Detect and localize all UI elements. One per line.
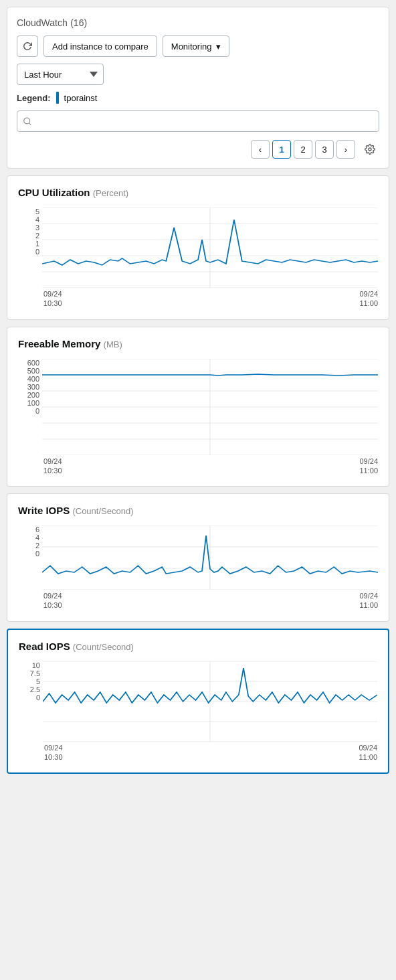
top-panel: CloudWatch (16) Add instance to compare … bbox=[7, 7, 389, 169]
next-page-button[interactable]: › bbox=[336, 140, 355, 159]
memory-chart-title: Freeable Memory (MB) bbox=[18, 338, 378, 349]
gear-icon bbox=[365, 144, 375, 155]
cpu-chart-unit: (Percent) bbox=[93, 188, 128, 198]
toolbar: Add instance to compare Monitoring ▾ bbox=[17, 35, 379, 57]
read-iops-panel: Read IOPS (Count/Second) 10 7.5 5 2.5 0 bbox=[7, 629, 389, 774]
write-iops-chart-area: 6 4 2 0 09/2410:30 09/2411:00 bbox=[18, 525, 378, 610]
dropdown-arrow-icon: ▾ bbox=[216, 42, 221, 52]
legend-label: Legend: bbox=[17, 93, 51, 103]
cpu-chart-area: 5 4 3 2 1 0 bbox=[18, 208, 378, 309]
cpu-utilization-panel: CPU Utilization (Percent) 5 4 3 2 1 0 bbox=[7, 175, 389, 320]
memory-y-axis: 600 500 400 300 200 100 0 bbox=[18, 359, 42, 415]
search-input[interactable] bbox=[35, 116, 373, 127]
svg-point-2 bbox=[369, 148, 371, 151]
read-iops-x-axis: 09/2410:30 09/2411:00 bbox=[43, 743, 377, 762]
write-iops-y-axis: 6 4 2 0 bbox=[18, 525, 42, 558]
svg-line-1 bbox=[29, 123, 30, 125]
write-iops-panel: Write IOPS (Count/Second) 6 4 2 0 bbox=[7, 493, 389, 622]
prev-page-button[interactable]: ‹ bbox=[251, 140, 270, 159]
memory-chart-area: 600 500 400 300 200 100 0 bbox=[18, 359, 378, 476]
read-iops-chart-area: 10 7.5 5 2.5 0 09/2410:30 bbox=[19, 661, 377, 762]
write-iops-chart-title: Write IOPS (Count/Second) bbox=[18, 505, 378, 516]
legend-row: Legend: tporainst bbox=[17, 92, 379, 104]
time-range-select[interactable]: Last Hour Last 3 Hours Last 12 Hours Las… bbox=[17, 64, 104, 85]
memory-x-axis: 09/2410:30 09/2411:00 bbox=[42, 457, 378, 476]
main-container: CloudWatch (16) Add instance to compare … bbox=[0, 7, 396, 774]
legend-instance-name: tporainst bbox=[64, 93, 98, 103]
cpu-x-axis: 09/2410:30 09/2411:00 bbox=[42, 289, 378, 309]
search-box bbox=[17, 110, 379, 132]
write-iops-x-axis: 09/2410:30 09/2411:00 bbox=[42, 591, 378, 610]
memory-chart-svg bbox=[42, 359, 378, 455]
add-instance-button[interactable]: Add instance to compare bbox=[43, 35, 157, 57]
write-iops-chart-svg bbox=[42, 525, 378, 590]
panel-count: (16) bbox=[70, 17, 87, 28]
cpu-chart-title: CPU Utilization (Percent) bbox=[18, 187, 378, 198]
refresh-icon bbox=[23, 42, 32, 51]
cpu-chart-svg bbox=[42, 208, 378, 288]
read-iops-chart-svg bbox=[43, 661, 377, 742]
write-iops-chart-body: 09/2410:30 09/2411:00 bbox=[42, 525, 378, 610]
legend-color-bar bbox=[56, 92, 59, 104]
page-3-button[interactable]: 3 bbox=[315, 140, 334, 159]
memory-chart-unit: (MB) bbox=[104, 339, 122, 349]
read-iops-chart-unit: (Count/Second) bbox=[73, 642, 134, 652]
cpu-chart-body: 09/2410:30 09/2411:00 bbox=[42, 208, 378, 309]
read-iops-chart-body: 09/2410:30 09/2411:00 bbox=[43, 661, 377, 762]
pagination: ‹ 1 2 3 › bbox=[17, 140, 379, 159]
monitoring-dropdown[interactable]: Monitoring ▾ bbox=[163, 35, 229, 57]
page-2-button[interactable]: 2 bbox=[294, 140, 312, 159]
cpu-y-axis: 5 4 3 2 1 0 bbox=[18, 208, 42, 256]
page-1-button[interactable]: 1 bbox=[272, 140, 291, 159]
refresh-button[interactable] bbox=[17, 35, 38, 57]
settings-button[interactable] bbox=[361, 140, 379, 159]
write-iops-chart-unit: (Count/Second) bbox=[72, 506, 133, 516]
panel-title-text: CloudWatch bbox=[17, 17, 68, 28]
search-icon bbox=[23, 116, 31, 126]
panel-title: CloudWatch (16) bbox=[17, 17, 379, 29]
read-iops-y-axis: 10 7.5 5 2.5 0 bbox=[19, 661, 43, 702]
freeable-memory-panel: Freeable Memory (MB) 600 500 400 300 200… bbox=[7, 327, 389, 487]
memory-chart-body: 09/2410:30 09/2411:00 bbox=[42, 359, 378, 476]
time-select-row: Last Hour Last 3 Hours Last 12 Hours Las… bbox=[17, 64, 379, 85]
read-iops-chart-title: Read IOPS (Count/Second) bbox=[19, 641, 377, 652]
